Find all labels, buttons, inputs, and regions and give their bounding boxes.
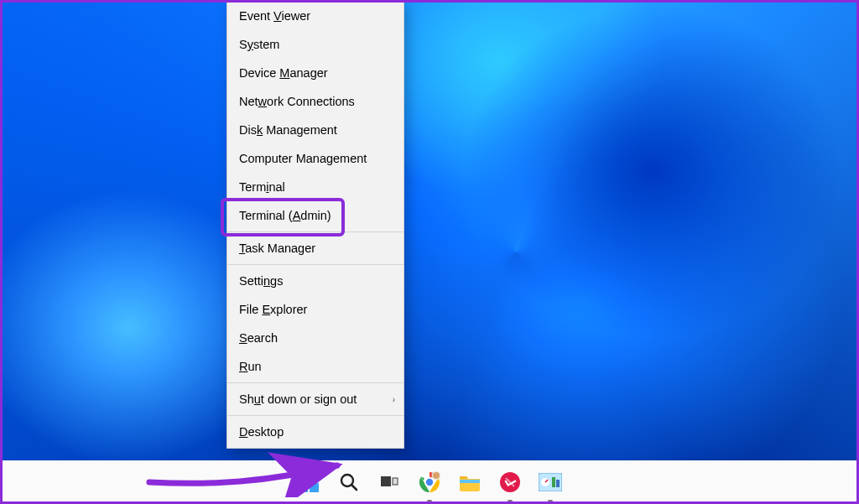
menu-item-event-viewer[interactable]: Event Viewer [227, 2, 403, 30]
menu-item-desktop[interactable]: Desktop [227, 418, 403, 446]
svg-rect-7 [393, 478, 398, 485]
svg-rect-18 [556, 480, 560, 487]
menu-item-mnemonic: S [239, 331, 247, 345]
menu-item-text: Sh [239, 392, 254, 406]
menu-item-file-explorer[interactable]: File Explorer [227, 295, 403, 324]
menu-separator [227, 382, 403, 383]
taskbar [0, 460, 859, 504]
desktop-wallpaper [0, 0, 859, 504]
menu-item-text: Computer Mana [239, 152, 326, 165]
menu-item-terminal-admin[interactable]: Terminal (Admin) [227, 201, 403, 230]
menu-item-mnemonic: A [293, 209, 301, 222]
menu-item-mnemonic: V [273, 9, 281, 23]
menu-item-text: anager [289, 66, 327, 80]
menu-item-text: ork Connections [267, 95, 355, 108]
menu-item-text: nal [268, 180, 284, 194]
menu-item-terminal[interactable]: Terminal [227, 173, 403, 201]
menu-item-mnemonic: E [262, 303, 270, 316]
menu-item-mnemonic: g [326, 152, 333, 165]
menu-item-mnemonic: u [254, 392, 261, 406]
windows-start-icon [298, 471, 320, 493]
menu-item-mnemonic: R [239, 360, 247, 373]
menu-separator [227, 415, 403, 416]
svg-rect-0 [299, 472, 308, 481]
chrome-app[interactable] [413, 465, 446, 499]
menu-item-text: Terminal ( [239, 209, 293, 222]
menu-item-text: dmin) [300, 209, 331, 222]
menu-item-device-manager[interactable]: Device Manager [227, 59, 403, 87]
file-explorer-app[interactable] [453, 465, 487, 499]
svg-rect-2 [299, 483, 308, 492]
svg-line-5 [352, 486, 357, 491]
menu-item-mnemonic: n [263, 274, 270, 288]
svg-point-12 [433, 472, 440, 479]
menu-item-text: Setti [239, 274, 263, 288]
menu-item-search[interactable]: Search [227, 324, 403, 352]
menu-item-text: Event [239, 9, 273, 23]
menu-item-network-connections[interactable]: Network Connections [227, 87, 403, 116]
menu-item-text: S [239, 38, 247, 51]
app-red-icon [499, 471, 521, 493]
menu-item-text: xplorer [270, 303, 307, 316]
control-panel-app[interactable] [534, 465, 567, 499]
svg-rect-1 [310, 472, 319, 481]
menu-item-mnemonic: y [247, 38, 253, 51]
svg-rect-6 [381, 476, 391, 486]
svg-rect-3 [310, 483, 319, 492]
menu-item-mnemonic: w [258, 95, 267, 108]
running-indicator [548, 500, 553, 502]
menu-item-text: Management [263, 123, 337, 137]
search-icon [339, 472, 359, 492]
menu-item-text: ask Manager [245, 242, 315, 255]
menu-item-text: un [247, 360, 261, 373]
menu-item-shut-down-or-sign-out[interactable]: Shut down or sign out› [227, 385, 403, 413]
menu-item-settings[interactable]: Settings [227, 267, 403, 295]
chrome-icon [419, 471, 440, 493]
menu-item-task-manager[interactable]: Task Manager [227, 234, 403, 262]
menu-item-text: esktop [247, 425, 284, 439]
menu-separator [227, 264, 403, 265]
menu-item-computer-management[interactable]: Computer Management [227, 144, 403, 173]
svg-rect-13 [460, 480, 480, 483]
menu-item-text: Dis [239, 123, 257, 137]
menu-item-text: File [239, 303, 262, 316]
menu-item-mnemonic: D [239, 425, 247, 439]
menu-item-text: stem [253, 38, 279, 51]
menu-item-text: t down or sign out [261, 392, 357, 406]
menu-item-system[interactable]: System [227, 30, 403, 59]
menu-item-text: gs [270, 274, 283, 288]
menu-item-text: earch [247, 331, 278, 345]
task-view-icon [379, 472, 399, 492]
pinned-app-red[interactable] [493, 465, 527, 499]
folder-icon [459, 472, 481, 492]
running-indicator [508, 500, 513, 502]
quick-link-menu: Event ViewerSystemDevice ManagerNetwork … [226, 0, 404, 449]
svg-rect-17 [552, 477, 555, 487]
task-view-button[interactable] [372, 465, 406, 499]
menu-item-text: ement [333, 152, 367, 165]
start-button[interactable] [292, 465, 325, 499]
chevron-right-icon: › [393, 395, 395, 404]
menu-item-text: iewer [282, 9, 311, 23]
menu-item-disk-management[interactable]: Disk Management [227, 116, 403, 144]
menu-item-text: Device [239, 66, 279, 80]
search-button[interactable] [332, 465, 366, 499]
menu-item-mnemonic: M [279, 66, 289, 80]
menu-item-text: Term [239, 180, 266, 194]
running-indicator [427, 500, 432, 502]
control-panel-icon [539, 473, 562, 491]
menu-item-run[interactable]: Run [227, 352, 403, 381]
menu-item-text: Net [239, 95, 258, 108]
menu-separator [227, 231, 403, 232]
